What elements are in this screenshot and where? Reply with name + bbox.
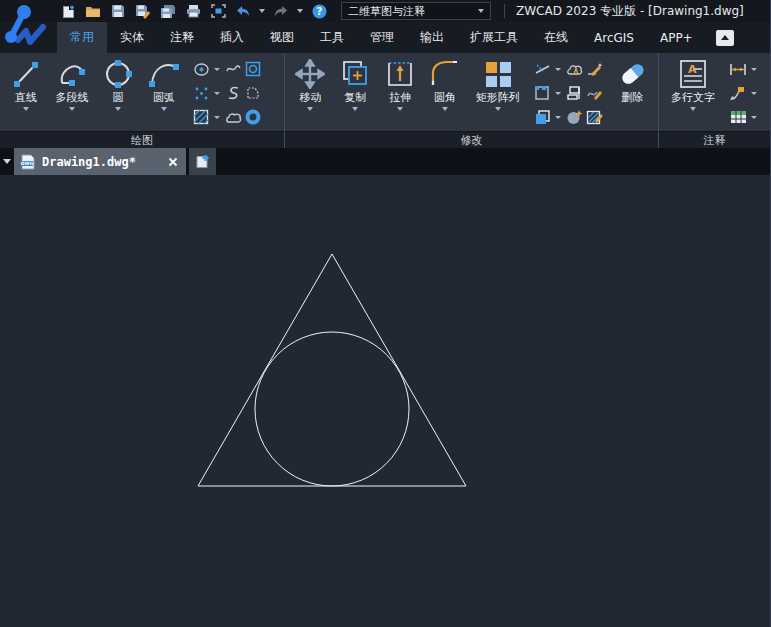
- save-icon: [111, 4, 125, 18]
- align-button[interactable]: [564, 83, 584, 103]
- region-button[interactable]: [243, 83, 263, 103]
- tab-output[interactable]: 输出: [407, 22, 457, 53]
- dimension-button[interactable]: [728, 59, 748, 79]
- chevron-down-icon: [495, 107, 501, 111]
- polyline-button-label: 多段线: [56, 91, 89, 105]
- doc-tab-label: Drawing1.dwg*: [42, 155, 161, 169]
- explode-icon: [566, 109, 583, 125]
- new-file-icon: [61, 4, 76, 19]
- save-button[interactable]: [107, 1, 129, 21]
- help-button[interactable]: ?: [308, 1, 330, 21]
- arc-button[interactable]: 圆弧: [141, 54, 187, 130]
- points-dropdown[interactable]: [211, 83, 223, 103]
- tab-tools[interactable]: 工具: [307, 22, 357, 53]
- chevron-down-icon: [478, 9, 484, 13]
- redo-button[interactable]: [270, 1, 292, 21]
- print-icon: [186, 4, 201, 18]
- edit-spline-button[interactable]: [584, 83, 604, 103]
- annotate-panel-label[interactable]: 注释: [659, 131, 770, 148]
- leader-button[interactable]: [728, 83, 748, 103]
- spline-button[interactable]: [223, 83, 243, 103]
- erase-button[interactable]: 删除: [610, 54, 655, 130]
- tab-app-plus[interactable]: APP+: [647, 22, 706, 53]
- wave-polyline-button[interactable]: [223, 59, 243, 79]
- fillet-button[interactable]: 圆角: [423, 54, 468, 130]
- zwcad-logo-icon[interactable]: [2, 2, 50, 52]
- stretch-button[interactable]: 拉伸: [378, 54, 423, 130]
- copy-button[interactable]: 复制: [333, 54, 378, 130]
- table-dropdown[interactable]: [748, 107, 760, 127]
- scale-dropdown[interactable]: [552, 83, 564, 103]
- save-as-button[interactable]: [132, 1, 154, 21]
- chevron-down-icon: [214, 92, 220, 95]
- tab-arcgis[interactable]: ArcGIS: [581, 22, 647, 53]
- chevron-down-icon: [214, 68, 220, 71]
- ellipse-button[interactable]: [191, 59, 211, 79]
- chevron-down-icon: [690, 107, 696, 111]
- tab-manage[interactable]: 管理: [357, 22, 407, 53]
- title-bar: ? 二维草图与注释 ZWCAD 2023 专业版 - [Drawing1.dwg…: [0, 0, 770, 22]
- edit-line-button[interactable]: [584, 59, 604, 79]
- undo-dropdown[interactable]: [257, 1, 267, 21]
- modify-panel-label[interactable]: 修改: [285, 131, 658, 148]
- chevron-down-icon: [555, 68, 561, 71]
- undo-button[interactable]: [232, 1, 254, 21]
- leader-dropdown[interactable]: [748, 83, 760, 103]
- scale-button[interactable]: [532, 83, 552, 103]
- draw-order-button[interactable]: [532, 107, 552, 127]
- doc-tab-drawing1[interactable]: DWG Drawing1.dwg*: [14, 148, 186, 175]
- annotate-panel-content: A 多行文字: [659, 53, 770, 131]
- line-button[interactable]: 直线: [3, 54, 49, 130]
- plot-preview-button[interactable]: [207, 1, 229, 21]
- boundary-button[interactable]: [243, 59, 263, 79]
- dimension-dropdown[interactable]: [748, 59, 760, 79]
- edit-hatch-button[interactable]: [584, 107, 604, 127]
- rect-array-button[interactable]: 矩形阵列: [468, 54, 529, 130]
- tab-solid[interactable]: 实体: [107, 22, 157, 53]
- tab-online[interactable]: 在线: [531, 22, 581, 53]
- open-button[interactable]: [82, 1, 104, 21]
- multiple-points-button[interactable]: [191, 83, 211, 103]
- align-icon: [566, 85, 582, 101]
- drawing-canvas[interactable]: [0, 175, 770, 627]
- tab-annotate[interactable]: 注释: [157, 22, 207, 53]
- trim-dropdown[interactable]: [552, 59, 564, 79]
- print-button[interactable]: [182, 1, 204, 21]
- hatch-dropdown[interactable]: [211, 107, 223, 127]
- ellipse-dropdown[interactable]: [211, 59, 223, 79]
- hatch-button[interactable]: [191, 107, 211, 127]
- undo-icon: [235, 5, 251, 18]
- draw-panel-label[interactable]: 绘图: [0, 131, 284, 148]
- donut-button[interactable]: [243, 107, 263, 127]
- table-button[interactable]: [728, 107, 748, 127]
- ribbon-collapse-button[interactable]: [716, 30, 734, 46]
- redo-dropdown[interactable]: [295, 1, 305, 21]
- polyline-icon: [56, 57, 88, 91]
- hatch-icon: [193, 109, 209, 125]
- new-button[interactable]: [57, 1, 79, 21]
- circle-button[interactable]: 圆: [95, 54, 141, 130]
- chevron-down-icon: [23, 107, 29, 111]
- erase-icon: [617, 57, 649, 91]
- trim-button[interactable]: [532, 59, 552, 79]
- tab-express[interactable]: 扩展工具: [457, 22, 531, 53]
- polyline-button[interactable]: 多段线: [49, 54, 95, 130]
- tab-view[interactable]: 视图: [257, 22, 307, 53]
- mtext-button[interactable]: A 多行文字: [662, 54, 724, 130]
- doc-tab-overflow-button[interactable]: [0, 148, 14, 175]
- trim-icon: [534, 62, 551, 76]
- save-all-button[interactable]: [157, 1, 179, 21]
- new-doc-tab-button[interactable]: [189, 148, 216, 175]
- draw-order-dropdown[interactable]: [552, 107, 564, 127]
- doc-tab-close-button[interactable]: [166, 155, 180, 169]
- triangle-shape[interactable]: [198, 254, 466, 486]
- workspace-dropdown[interactable]: 二维草图与注释: [341, 2, 491, 20]
- move-button[interactable]: 移动: [288, 54, 333, 130]
- new-tab-icon: [195, 154, 210, 169]
- revision-cloud-button[interactable]: [223, 107, 243, 127]
- edit-polyline-button[interactable]: [564, 59, 584, 79]
- explode-button[interactable]: [564, 107, 584, 127]
- tab-home[interactable]: 常用: [57, 22, 107, 53]
- tab-insert[interactable]: 插入: [207, 22, 257, 53]
- inscribed-circle-shape[interactable]: [255, 332, 409, 486]
